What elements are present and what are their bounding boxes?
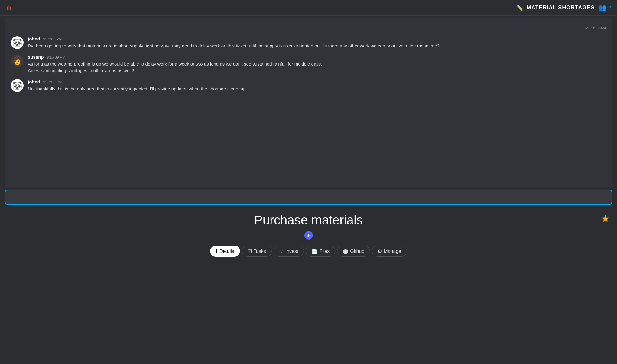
tab-github[interactable]: ⬤ Github bbox=[337, 246, 370, 257]
manage-icon: ⚙ bbox=[378, 248, 382, 254]
message-input-area bbox=[5, 190, 612, 205]
tab-files-label: Files bbox=[319, 249, 330, 254]
plus-button[interactable]: + bbox=[304, 231, 313, 240]
message-text: No, thankfully this is the only area tha… bbox=[28, 85, 606, 92]
edit-icon[interactable]: ✏️ bbox=[516, 5, 523, 11]
bottom-panel: ★ Purchase materials + ℹ Details ☑ Tasks… bbox=[0, 207, 617, 364]
message-time: 9:16:39 PM bbox=[47, 55, 65, 60]
message-content: susanp 9:16:39 PM As long as the weather… bbox=[28, 54, 606, 74]
message-author: johnd bbox=[28, 36, 40, 41]
message-input[interactable] bbox=[5, 190, 612, 205]
tab-manage[interactable]: ⚙ Manage bbox=[372, 246, 407, 257]
message-time: 9:15:06 PM bbox=[43, 37, 62, 41]
tab-files[interactable]: 📄 Files bbox=[306, 246, 335, 257]
tab-invest-label: Invest bbox=[285, 249, 298, 254]
tab-details-label: Details bbox=[219, 249, 234, 254]
tab-bar: ℹ Details ☑ Tasks ◎ Invest 📄 Files ⬤ Git… bbox=[210, 246, 407, 257]
tab-details[interactable]: ℹ Details bbox=[210, 246, 240, 257]
date-divider: Mar 8, 2024 bbox=[11, 23, 606, 34]
message-text: As long as the weatherproofing is up we … bbox=[28, 61, 606, 74]
channel-title: MATERIAL SHORTAGES bbox=[527, 5, 595, 11]
members-count: 2 bbox=[608, 5, 611, 11]
message-author: susanp bbox=[28, 54, 44, 60]
tab-tasks[interactable]: ☑ Tasks bbox=[242, 246, 272, 257]
message-time: 9:17:58 PM bbox=[43, 80, 62, 84]
message-header: johnd 9:17:58 PM bbox=[28, 79, 606, 84]
top-bar-left: 🗑 bbox=[6, 4, 12, 11]
panel-title: Purchase materials bbox=[254, 213, 363, 227]
tab-github-label: Github bbox=[350, 249, 364, 254]
tab-manage-label: Manage bbox=[384, 249, 401, 254]
message-content: johnd 9:15:06 PM I've been getting repor… bbox=[28, 36, 606, 50]
members-icon: 👥 bbox=[598, 4, 606, 12]
members-area: 👥 2 bbox=[598, 4, 611, 12]
message-group: 🐼 johnd 9:17:58 PM No, thankfully this i… bbox=[11, 79, 606, 92]
invest-icon: ◎ bbox=[279, 248, 284, 254]
top-bar: 🗑 ✏️ MATERIAL SHORTAGES 👥 2 bbox=[0, 0, 617, 16]
message-header: johnd 9:15:06 PM bbox=[28, 36, 606, 41]
trash-icon[interactable]: 🗑 bbox=[6, 4, 12, 11]
message-text: I've been getting reports that materials… bbox=[28, 43, 606, 50]
message-group: 🐼 johnd 9:15:06 PM I've been getting rep… bbox=[11, 36, 606, 50]
message-content: johnd 9:17:58 PM No, thankfully this is … bbox=[28, 79, 606, 92]
top-bar-right: ✏️ MATERIAL SHORTAGES 👥 2 bbox=[516, 4, 611, 12]
message-group: 👩 susanp 9:16:39 PM As long as the weath… bbox=[11, 54, 606, 74]
chat-container: Mar 8, 2024 🐼 johnd 9:15:06 PM I've been… bbox=[5, 18, 612, 187]
tasks-icon: ☑ bbox=[248, 248, 252, 254]
star-button[interactable]: ★ bbox=[601, 213, 610, 224]
tab-tasks-label: Tasks bbox=[254, 249, 266, 254]
avatar: 👩 bbox=[11, 54, 24, 67]
files-icon: 📄 bbox=[311, 248, 317, 254]
avatar: 🐼 bbox=[11, 79, 24, 92]
tab-invest[interactable]: ◎ Invest bbox=[274, 246, 304, 257]
avatar: 🐼 bbox=[11, 36, 24, 49]
info-icon: ℹ bbox=[216, 248, 218, 254]
message-author: johnd bbox=[28, 79, 40, 84]
message-header: susanp 9:16:39 PM bbox=[28, 54, 606, 60]
github-icon: ⬤ bbox=[343, 248, 348, 254]
